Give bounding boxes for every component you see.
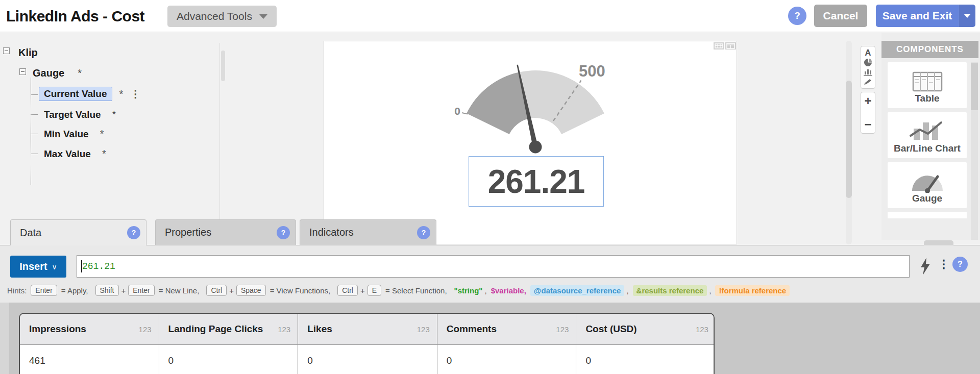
numeric-type-badge: 123 bbox=[139, 325, 152, 334]
panel-divider bbox=[219, 43, 220, 219]
gauge-needle-pivot bbox=[529, 141, 542, 154]
tree-item-current-value[interactable]: Current Value bbox=[39, 87, 112, 101]
top-bar: LinkedIn Ads - Cost Advanced Tools ? Can… bbox=[0, 0, 980, 32]
cancel-button[interactable]: Cancel bbox=[814, 5, 867, 27]
formula-help-button[interactable]: ? bbox=[952, 257, 968, 272]
component-bar-line-chart[interactable]: Bar/Line Chart bbox=[888, 112, 967, 158]
zoom-in-button[interactable]: + bbox=[863, 96, 873, 106]
dropdown-arrow-icon bbox=[964, 14, 971, 18]
gauge-chart[interactable]: 0 500 bbox=[439, 54, 639, 159]
data-preview-area: Impressions 123 Landing Page Clicks 123 … bbox=[0, 303, 980, 374]
gauge-current-value: 261.21 bbox=[488, 163, 585, 201]
numeric-type-badge: 123 bbox=[696, 325, 708, 334]
editor-workspace: Klip Gauge * Current Value * ⋮ Target Va… bbox=[0, 33, 980, 219]
save-options-dropdown[interactable] bbox=[959, 5, 975, 27]
table-cell[interactable]: 0 bbox=[576, 345, 715, 374]
column-header-landing-page-clicks[interactable]: Landing Page Clicks 123 bbox=[159, 314, 299, 345]
key-e: E bbox=[368, 285, 381, 296]
table-cell[interactable]: 461 bbox=[20, 345, 159, 374]
tab-help-icon[interactable]: ? bbox=[417, 226, 430, 239]
tree-connector bbox=[31, 114, 38, 115]
components-panel: COMPONENTS Table Ba bbox=[881, 33, 980, 240]
collapse-icon[interactable] bbox=[3, 47, 10, 54]
token-formula-reference: !formula reference bbox=[715, 285, 790, 296]
page-title: LinkedIn Ads - Cost bbox=[6, 0, 144, 32]
help-icon: ? bbox=[794, 10, 800, 21]
numeric-type-badge: 123 bbox=[417, 325, 430, 334]
zoom-out-button[interactable]: − bbox=[863, 120, 873, 129]
components-scrollbar[interactable] bbox=[971, 63, 978, 110]
lightning-icon[interactable] bbox=[920, 258, 931, 275]
column-header-impressions[interactable]: Impressions 123 bbox=[20, 314, 159, 345]
token-variable: $variable, bbox=[491, 286, 526, 295]
column-header-cost-usd[interactable]: Cost (USD) 123 bbox=[576, 314, 715, 345]
chevron-down-icon: ∨ bbox=[52, 263, 57, 271]
tree-connector bbox=[31, 78, 31, 185]
table-cell[interactable]: 0 bbox=[159, 345, 299, 374]
formula-options-kebab-icon[interactable]: ⋮ bbox=[938, 258, 949, 271]
advanced-tools-button[interactable]: Advanced Tools bbox=[167, 6, 277, 27]
tree-connector bbox=[31, 94, 38, 95]
tab-properties[interactable]: Properties ? bbox=[155, 219, 296, 245]
canvas-scrollbar[interactable] bbox=[846, 81, 852, 198]
key-enter: Enter bbox=[128, 285, 154, 296]
tab-data[interactable]: Data ? bbox=[10, 219, 146, 245]
component-tree: Klip Gauge * Current Value * ⋮ Target Va… bbox=[0, 33, 219, 219]
column-header-comments[interactable]: Comments 123 bbox=[437, 314, 577, 345]
formula-value: 261.21 bbox=[82, 261, 115, 271]
collapse-icon[interactable] bbox=[19, 68, 26, 75]
zoom-controls: + − bbox=[861, 92, 875, 134]
current-value-component[interactable]: 261.21 bbox=[469, 156, 604, 207]
component-table[interactable]: Table bbox=[888, 62, 967, 108]
insert-button[interactable]: Insert ∨ bbox=[10, 256, 66, 278]
tab-help-icon[interactable]: ? bbox=[277, 226, 290, 239]
tree-item-min-value[interactable]: Min Value bbox=[44, 129, 89, 140]
advanced-tools-label: Advanced Tools bbox=[177, 10, 252, 22]
save-and-exit-button[interactable]: Save and Exit bbox=[876, 5, 975, 27]
component-gauge[interactable]: Gauge bbox=[888, 162, 967, 208]
klip-canvas[interactable]: 0 500 261.21 bbox=[324, 41, 737, 244]
bar-chart-tool-button[interactable] bbox=[863, 67, 873, 77]
dropdown-arrow-icon bbox=[259, 14, 267, 19]
canvas-table-icon[interactable] bbox=[725, 42, 736, 49]
tree-scrollbar[interactable] bbox=[221, 51, 225, 81]
token-results-reference: &results reference bbox=[633, 285, 707, 296]
brush-icon bbox=[864, 78, 872, 85]
key-ctrl: Ctrl bbox=[337, 285, 358, 296]
key-shift: Shift bbox=[95, 285, 119, 296]
canvas-grid-icon[interactable] bbox=[714, 42, 724, 49]
column-header-likes[interactable]: Likes 123 bbox=[298, 314, 437, 345]
tab-indicators[interactable]: Indicators ? bbox=[300, 219, 436, 245]
key-space: Space bbox=[236, 285, 266, 296]
tree-connector bbox=[31, 154, 38, 154]
pie-chart-tool-button[interactable] bbox=[863, 58, 873, 67]
help-button[interactable]: ? bbox=[788, 7, 806, 25]
table-cell[interactable]: 0 bbox=[437, 345, 577, 374]
canvas-tools: A bbox=[861, 46, 875, 89]
formula-input[interactable]: 261.21 bbox=[77, 255, 910, 278]
gauge-max-label: 500 bbox=[579, 62, 605, 80]
hints-prefix: Hints: bbox=[7, 286, 27, 295]
tree-root-klip[interactable]: Klip bbox=[18, 47, 38, 59]
numeric-type-badge: 123 bbox=[556, 325, 569, 334]
gauge-min-tick bbox=[462, 113, 468, 114]
bar-chart-icon bbox=[864, 68, 872, 76]
tree-item-max-value[interactable]: Max Value bbox=[44, 148, 91, 160]
modified-marker: * bbox=[78, 67, 82, 79]
table-component-icon bbox=[911, 70, 944, 93]
gutter bbox=[0, 303, 9, 374]
gauge-filled-arc bbox=[467, 72, 529, 135]
kebab-menu-icon[interactable]: ⋮ bbox=[130, 88, 140, 100]
numeric-type-badge: 123 bbox=[278, 325, 290, 334]
tab-help-icon[interactable]: ? bbox=[127, 226, 140, 239]
text-tool-button[interactable]: A bbox=[863, 48, 873, 58]
key-enter: Enter bbox=[31, 285, 57, 296]
bar-line-chart-component-icon bbox=[910, 118, 945, 143]
tree-connector bbox=[31, 134, 38, 134]
brush-tool-button[interactable] bbox=[863, 77, 873, 86]
table-cell[interactable]: 0 bbox=[298, 345, 437, 374]
save-and-exit-label[interactable]: Save and Exit bbox=[876, 5, 959, 27]
formula-hints: Hints: Enter = Apply, Shift + Enter = Ne… bbox=[7, 283, 967, 297]
tree-item-gauge[interactable]: Gauge bbox=[33, 67, 64, 79]
tree-item-target-value[interactable]: Target Value bbox=[44, 109, 101, 120]
